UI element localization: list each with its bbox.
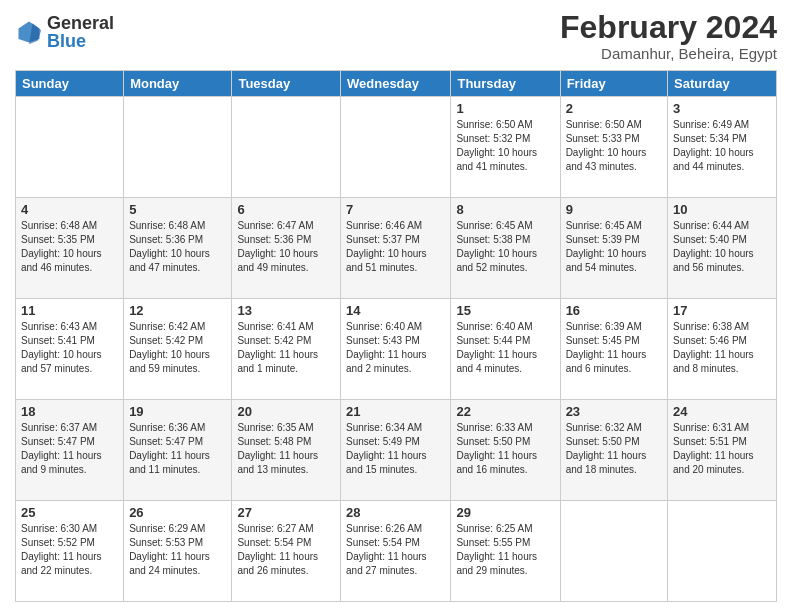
calendar-cell: 6Sunrise: 6:47 AM Sunset: 5:36 PM Daylig… [232,198,341,299]
calendar-cell: 11Sunrise: 6:43 AM Sunset: 5:41 PM Dayli… [16,299,124,400]
calendar-cell: 9Sunrise: 6:45 AM Sunset: 5:39 PM Daylig… [560,198,667,299]
calendar-cell [668,501,777,602]
day-info: Sunrise: 6:44 AM Sunset: 5:40 PM Dayligh… [673,219,771,275]
day-info: Sunrise: 6:35 AM Sunset: 5:48 PM Dayligh… [237,421,335,477]
day-info: Sunrise: 6:31 AM Sunset: 5:51 PM Dayligh… [673,421,771,477]
day-number: 23 [566,404,662,419]
logo: General Blue [15,14,114,50]
day-number: 14 [346,303,445,318]
day-number: 19 [129,404,226,419]
day-info: Sunrise: 6:40 AM Sunset: 5:44 PM Dayligh… [456,320,554,376]
logo-icon [15,18,43,46]
day-info: Sunrise: 6:48 AM Sunset: 5:35 PM Dayligh… [21,219,118,275]
day-number: 21 [346,404,445,419]
day-number: 27 [237,505,335,520]
day-number: 26 [129,505,226,520]
day-number: 29 [456,505,554,520]
day-number: 7 [346,202,445,217]
day-number: 12 [129,303,226,318]
calendar-cell: 20Sunrise: 6:35 AM Sunset: 5:48 PM Dayli… [232,400,341,501]
day-info: Sunrise: 6:33 AM Sunset: 5:50 PM Dayligh… [456,421,554,477]
col-tuesday: Tuesday [232,71,341,97]
header-row: Sunday Monday Tuesday Wednesday Thursday… [16,71,777,97]
calendar-cell: 25Sunrise: 6:30 AM Sunset: 5:52 PM Dayli… [16,501,124,602]
col-friday: Friday [560,71,667,97]
day-number: 28 [346,505,445,520]
day-info: Sunrise: 6:49 AM Sunset: 5:34 PM Dayligh… [673,118,771,174]
day-info: Sunrise: 6:50 AM Sunset: 5:33 PM Dayligh… [566,118,662,174]
calendar-cell [341,97,451,198]
calendar-cell [560,501,667,602]
day-number: 4 [21,202,118,217]
day-info: Sunrise: 6:39 AM Sunset: 5:45 PM Dayligh… [566,320,662,376]
calendar-cell: 24Sunrise: 6:31 AM Sunset: 5:51 PM Dayli… [668,400,777,501]
calendar-cell: 27Sunrise: 6:27 AM Sunset: 5:54 PM Dayli… [232,501,341,602]
header: General Blue February 2024 Damanhur, Beh… [15,10,777,62]
calendar-cell [232,97,341,198]
calendar-cell: 1Sunrise: 6:50 AM Sunset: 5:32 PM Daylig… [451,97,560,198]
col-thursday: Thursday [451,71,560,97]
logo-blue-text: Blue [47,32,114,50]
day-info: Sunrise: 6:34 AM Sunset: 5:49 PM Dayligh… [346,421,445,477]
col-saturday: Saturday [668,71,777,97]
day-info: Sunrise: 6:45 AM Sunset: 5:38 PM Dayligh… [456,219,554,275]
calendar-cell: 29Sunrise: 6:25 AM Sunset: 5:55 PM Dayli… [451,501,560,602]
location: Damanhur, Beheira, Egypt [560,45,777,62]
day-info: Sunrise: 6:25 AM Sunset: 5:55 PM Dayligh… [456,522,554,578]
calendar-header: Sunday Monday Tuesday Wednesday Thursday… [16,71,777,97]
calendar-cell: 2Sunrise: 6:50 AM Sunset: 5:33 PM Daylig… [560,97,667,198]
logo-text: General Blue [47,14,114,50]
calendar-cell: 5Sunrise: 6:48 AM Sunset: 5:36 PM Daylig… [124,198,232,299]
day-info: Sunrise: 6:48 AM Sunset: 5:36 PM Dayligh… [129,219,226,275]
calendar-cell [124,97,232,198]
day-number: 3 [673,101,771,116]
calendar-cell: 17Sunrise: 6:38 AM Sunset: 5:46 PM Dayli… [668,299,777,400]
calendar-cell: 21Sunrise: 6:34 AM Sunset: 5:49 PM Dayli… [341,400,451,501]
day-number: 15 [456,303,554,318]
col-wednesday: Wednesday [341,71,451,97]
calendar-cell [16,97,124,198]
day-info: Sunrise: 6:45 AM Sunset: 5:39 PM Dayligh… [566,219,662,275]
day-number: 16 [566,303,662,318]
col-monday: Monday [124,71,232,97]
calendar-cell: 19Sunrise: 6:36 AM Sunset: 5:47 PM Dayli… [124,400,232,501]
calendar-cell: 28Sunrise: 6:26 AM Sunset: 5:54 PM Dayli… [341,501,451,602]
logo-general-text: General [47,14,114,32]
calendar-cell: 8Sunrise: 6:45 AM Sunset: 5:38 PM Daylig… [451,198,560,299]
calendar-cell: 7Sunrise: 6:46 AM Sunset: 5:37 PM Daylig… [341,198,451,299]
calendar-week-1: 1Sunrise: 6:50 AM Sunset: 5:32 PM Daylig… [16,97,777,198]
day-info: Sunrise: 6:38 AM Sunset: 5:46 PM Dayligh… [673,320,771,376]
day-number: 9 [566,202,662,217]
day-number: 8 [456,202,554,217]
calendar-week-4: 18Sunrise: 6:37 AM Sunset: 5:47 PM Dayli… [16,400,777,501]
title-section: February 2024 Damanhur, Beheira, Egypt [560,10,777,62]
day-info: Sunrise: 6:36 AM Sunset: 5:47 PM Dayligh… [129,421,226,477]
day-info: Sunrise: 6:30 AM Sunset: 5:52 PM Dayligh… [21,522,118,578]
day-number: 2 [566,101,662,116]
day-info: Sunrise: 6:29 AM Sunset: 5:53 PM Dayligh… [129,522,226,578]
day-number: 17 [673,303,771,318]
day-info: Sunrise: 6:26 AM Sunset: 5:54 PM Dayligh… [346,522,445,578]
day-info: Sunrise: 6:41 AM Sunset: 5:42 PM Dayligh… [237,320,335,376]
calendar-week-5: 25Sunrise: 6:30 AM Sunset: 5:52 PM Dayli… [16,501,777,602]
day-number: 10 [673,202,771,217]
page: General Blue February 2024 Damanhur, Beh… [0,0,792,612]
calendar-table: Sunday Monday Tuesday Wednesday Thursday… [15,70,777,602]
calendar-cell: 10Sunrise: 6:44 AM Sunset: 5:40 PM Dayli… [668,198,777,299]
day-number: 25 [21,505,118,520]
calendar-cell: 4Sunrise: 6:48 AM Sunset: 5:35 PM Daylig… [16,198,124,299]
calendar-body: 1Sunrise: 6:50 AM Sunset: 5:32 PM Daylig… [16,97,777,602]
day-info: Sunrise: 6:47 AM Sunset: 5:36 PM Dayligh… [237,219,335,275]
calendar-cell: 23Sunrise: 6:32 AM Sunset: 5:50 PM Dayli… [560,400,667,501]
day-info: Sunrise: 6:50 AM Sunset: 5:32 PM Dayligh… [456,118,554,174]
day-info: Sunrise: 6:37 AM Sunset: 5:47 PM Dayligh… [21,421,118,477]
calendar-cell: 26Sunrise: 6:29 AM Sunset: 5:53 PM Dayli… [124,501,232,602]
col-sunday: Sunday [16,71,124,97]
calendar-cell: 3Sunrise: 6:49 AM Sunset: 5:34 PM Daylig… [668,97,777,198]
calendar-week-3: 11Sunrise: 6:43 AM Sunset: 5:41 PM Dayli… [16,299,777,400]
calendar-cell: 16Sunrise: 6:39 AM Sunset: 5:45 PM Dayli… [560,299,667,400]
day-number: 11 [21,303,118,318]
day-number: 1 [456,101,554,116]
calendar-cell: 14Sunrise: 6:40 AM Sunset: 5:43 PM Dayli… [341,299,451,400]
day-number: 18 [21,404,118,419]
